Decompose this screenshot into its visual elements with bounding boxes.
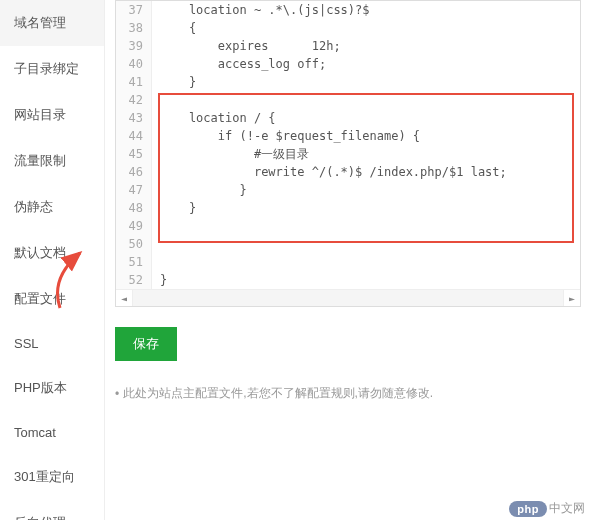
code-text[interactable] (152, 217, 580, 235)
code-text[interactable] (152, 91, 580, 109)
line-number: 38 (116, 19, 152, 37)
line-number: 49 (116, 217, 152, 235)
sidebar-item-301[interactable]: 301重定向 (0, 454, 104, 500)
code-line[interactable]: 48 } (116, 199, 580, 217)
sidebar-item-tomcat[interactable]: Tomcat (0, 411, 104, 454)
sidebar-item-php-version[interactable]: PHP版本 (0, 365, 104, 411)
bullet-icon: • (115, 387, 119, 401)
code-line[interactable]: 44 if (!-e $request_filename) { (116, 127, 580, 145)
horizontal-scrollbar[interactable]: ◄ ► (116, 289, 580, 306)
code-line[interactable]: 50 (116, 235, 580, 253)
code-line[interactable]: 39 expires 12h; (116, 37, 580, 55)
line-number: 40 (116, 55, 152, 73)
code-text[interactable]: } (152, 271, 580, 289)
sidebar-item-sitedir[interactable]: 网站目录 (0, 92, 104, 138)
line-number: 37 (116, 1, 152, 19)
sidebar-item-subdir[interactable]: 子目录绑定 (0, 46, 104, 92)
code-text[interactable] (152, 235, 580, 253)
code-line[interactable]: 42 (116, 91, 580, 109)
line-number: 52 (116, 271, 152, 289)
code-text[interactable]: } (152, 199, 580, 217)
save-button[interactable]: 保存 (115, 327, 177, 361)
php-badge-icon: php (509, 501, 547, 517)
code-line[interactable]: 46 rewrite ^/(.*)$ /index.php/$1 last; (116, 163, 580, 181)
code-editor[interactable]: 37 location ~ .*\.(js|css)?$38 {39 expir… (115, 0, 581, 307)
sidebar-item-config-file[interactable]: 配置文件 (0, 276, 104, 322)
line-number: 48 (116, 199, 152, 217)
code-text[interactable]: location / { (152, 109, 580, 127)
line-number: 39 (116, 37, 152, 55)
line-number: 46 (116, 163, 152, 181)
code-line[interactable]: 37 location ~ .*\.(js|css)?$ (116, 1, 580, 19)
code-line[interactable]: 52} (116, 271, 580, 289)
sidebar-item-traffic[interactable]: 流量限制 (0, 138, 104, 184)
main-panel: 37 location ~ .*\.(js|css)?$38 {39 expir… (105, 0, 591, 520)
code-text[interactable]: access_log off; (152, 55, 580, 73)
sidebar: 域名管理 子目录绑定 网站目录 流量限制 伪静态 默认文档 配置文件 SSL P… (0, 0, 105, 520)
code-line[interactable]: 45 #一级目录 (116, 145, 580, 163)
code-text[interactable]: { (152, 19, 580, 37)
scroll-right-icon[interactable]: ► (563, 290, 580, 306)
line-number: 41 (116, 73, 152, 91)
code-text[interactable]: } (152, 181, 580, 199)
scroll-left-icon[interactable]: ◄ (116, 290, 133, 306)
code-text[interactable]: if (!-e $request_filename) { (152, 127, 580, 145)
code-text[interactable]: } (152, 73, 580, 91)
code-line[interactable]: 41 } (116, 73, 580, 91)
sidebar-item-reverse-proxy[interactable]: 反向代理 (0, 500, 104, 520)
code-scroll-area[interactable]: 37 location ~ .*\.(js|css)?$38 {39 expir… (116, 1, 580, 289)
line-number: 43 (116, 109, 152, 127)
code-text[interactable]: rewrite ^/(.*)$ /index.php/$1 last; (152, 163, 580, 181)
line-number: 51 (116, 253, 152, 271)
code-line[interactable]: 51 (116, 253, 580, 271)
note-text: 此处为站点主配置文件,若您不了解配置规则,请勿随意修改. (123, 385, 433, 402)
sidebar-item-ssl[interactable]: SSL (0, 322, 104, 365)
code-text[interactable]: #一级目录 (152, 145, 580, 163)
code-line[interactable]: 47 } (116, 181, 580, 199)
sidebar-item-default-doc[interactable]: 默认文档 (0, 230, 104, 276)
scrollbar-track[interactable] (133, 290, 563, 306)
line-number: 45 (116, 145, 152, 163)
watermark-text: 中文网 (549, 500, 585, 517)
code-text[interactable]: expires 12h; (152, 37, 580, 55)
code-text[interactable]: location ~ .*\.(js|css)?$ (152, 1, 580, 19)
line-number: 47 (116, 181, 152, 199)
config-note: • 此处为站点主配置文件,若您不了解配置规则,请勿随意修改. (115, 385, 581, 402)
code-text[interactable] (152, 253, 580, 271)
line-number: 44 (116, 127, 152, 145)
code-line[interactable]: 40 access_log off; (116, 55, 580, 73)
line-number: 50 (116, 235, 152, 253)
watermark: php 中文网 (509, 500, 585, 517)
code-line[interactable]: 49 (116, 217, 580, 235)
code-line[interactable]: 38 { (116, 19, 580, 37)
sidebar-item-rewrite[interactable]: 伪静态 (0, 184, 104, 230)
line-number: 42 (116, 91, 152, 109)
code-line[interactable]: 43 location / { (116, 109, 580, 127)
sidebar-item-domain[interactable]: 域名管理 (0, 0, 104, 46)
